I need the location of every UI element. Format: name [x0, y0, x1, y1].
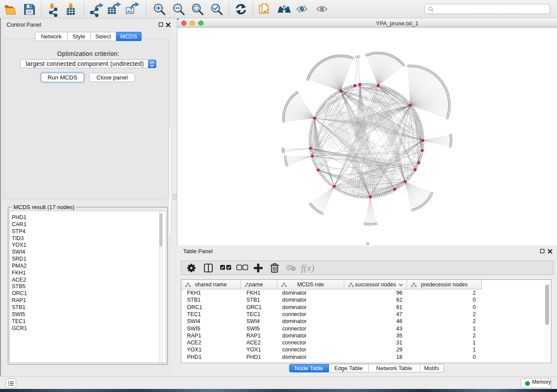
- svg-text:f(x): f(x): [301, 262, 315, 273]
